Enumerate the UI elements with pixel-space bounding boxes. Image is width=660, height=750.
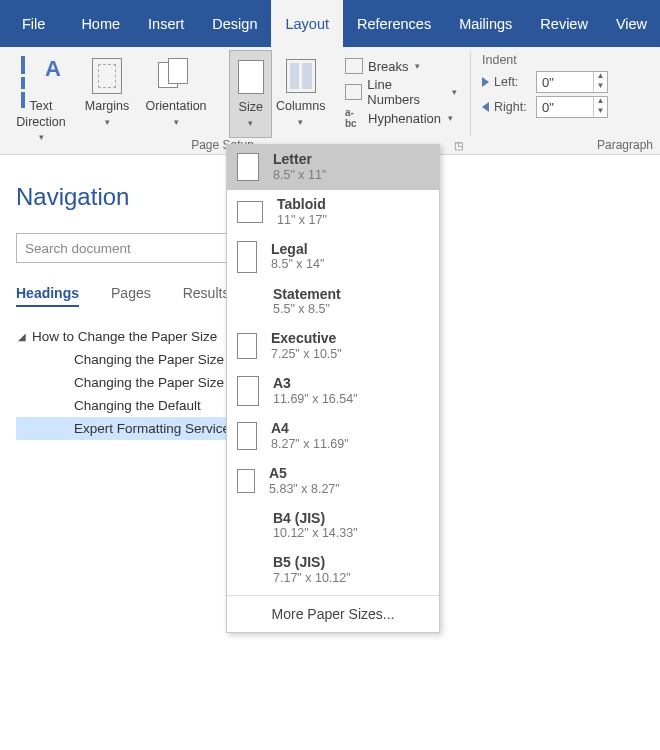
- tab-layout[interactable]: Layout: [271, 0, 343, 47]
- tab-references[interactable]: References: [343, 0, 445, 47]
- breaks-button[interactable]: Breaks▾: [341, 54, 461, 78]
- indent-left-input[interactable]: 0"▲▼: [536, 71, 608, 93]
- tab-design[interactable]: Design: [198, 0, 271, 47]
- size-option-executive[interactable]: Executive7.25" x 10.5": [227, 324, 439, 369]
- ribbon-tabbar: File Home Insert Design Layout Reference…: [0, 0, 660, 47]
- columns-button[interactable]: Columns ▾: [272, 50, 329, 138]
- size-icon: [238, 60, 264, 94]
- page-icon: [237, 241, 257, 273]
- indent-right-label: Right:: [494, 100, 527, 114]
- page-icon: [237, 201, 263, 223]
- hyphenation-icon: a-bc: [345, 107, 363, 129]
- indent-left-label: Left:: [494, 75, 518, 89]
- size-option-statement[interactable]: Statement5.5" x 8.5": [227, 280, 439, 325]
- size-option-a4[interactable]: A48.27" x 11.69": [227, 414, 439, 459]
- tab-file[interactable]: File: [0, 0, 67, 47]
- tab-home[interactable]: Home: [67, 0, 134, 47]
- size-option-b4[interactable]: B4 (JIS)10.12" x 14.33": [227, 504, 439, 549]
- size-button[interactable]: Size ▾: [229, 50, 272, 138]
- page-icon: [237, 422, 257, 450]
- indent-left-icon: [482, 77, 489, 87]
- more-paper-sizes[interactable]: More Paper Sizes...: [227, 598, 439, 630]
- paragraph-group-label: Paragraph: [597, 138, 653, 152]
- tab-mailings[interactable]: Mailings: [445, 0, 526, 47]
- page-setup-launcher-icon[interactable]: ◳: [454, 140, 463, 151]
- margins-icon: [92, 58, 122, 94]
- nav-tab-headings[interactable]: Headings: [16, 285, 79, 307]
- size-option-legal[interactable]: Legal8.5" x 14": [227, 235, 439, 280]
- nav-tab-pages[interactable]: Pages: [111, 285, 151, 307]
- line-numbers-button[interactable]: Line Numbers▾: [341, 80, 461, 104]
- size-option-a3[interactable]: A311.69" x 16.54": [227, 369, 439, 414]
- ribbon-body: A Text Direction ▾ Margins ▾ Orientation…: [0, 47, 660, 155]
- indent-header: Indent: [482, 53, 608, 67]
- page-icon: [237, 153, 259, 181]
- tab-view[interactable]: View: [602, 0, 660, 47]
- columns-icon: [286, 59, 316, 93]
- tab-review[interactable]: Review: [526, 0, 602, 47]
- size-option-letter[interactable]: Letter8.5" x 11": [227, 145, 439, 190]
- breaks-icon: [345, 58, 363, 74]
- text-direction-button[interactable]: A Text Direction ▾: [5, 50, 77, 154]
- size-option-a5[interactable]: A55.83" x 8.27": [227, 459, 439, 504]
- hyphenation-button[interactable]: a-bcHyphenation▾: [341, 106, 461, 130]
- indent-right-icon: [482, 102, 489, 112]
- text-direction-icon: A: [21, 56, 61, 96]
- size-option-tabloid[interactable]: Tabloid11" x 17": [227, 190, 439, 235]
- line-numbers-icon: [345, 84, 362, 100]
- size-dropdown-menu: Letter8.5" x 11" Tabloid11" x 17" Legal8…: [226, 144, 440, 633]
- collapse-icon[interactable]: ◢: [16, 331, 28, 342]
- page-icon: [237, 333, 257, 359]
- size-option-b5[interactable]: B5 (JIS)7.17" x 10.12": [227, 548, 439, 593]
- page-icon: [237, 376, 259, 406]
- page-icon: [237, 469, 255, 493]
- nav-tab-results[interactable]: Results: [183, 285, 230, 307]
- indent-right-input[interactable]: 0"▲▼: [536, 96, 608, 118]
- orientation-icon: [158, 58, 194, 94]
- tab-insert[interactable]: Insert: [134, 0, 198, 47]
